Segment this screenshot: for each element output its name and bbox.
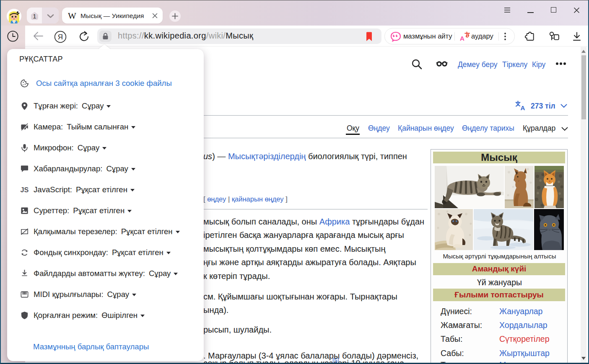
svg-text:JS: JS bbox=[21, 186, 29, 194]
svg-text:A: A bbox=[521, 104, 525, 111]
